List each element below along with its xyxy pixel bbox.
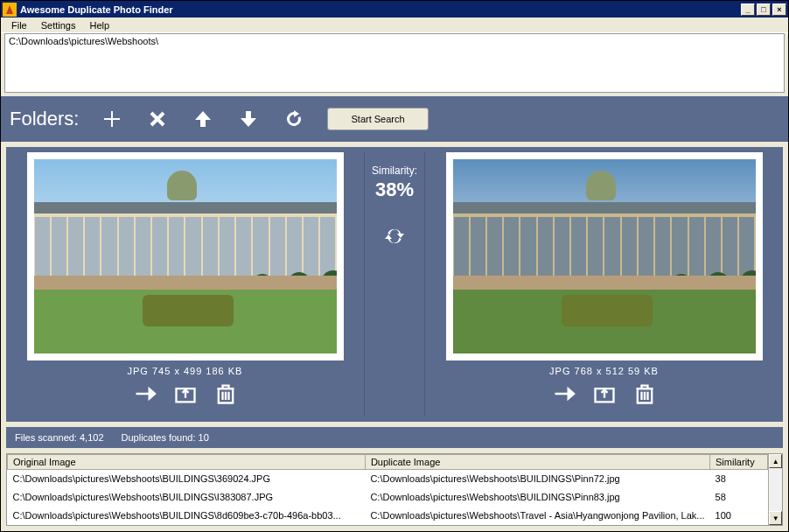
- left-preview-pane: JPG 745 x 499 186 KB: [11, 152, 359, 416]
- window-body: File Settings Help C:\Downloads\pictures…: [0, 18, 789, 532]
- results-table[interactable]: Original Image Duplicate Image Similarit…: [7, 454, 768, 525]
- status-bar: Files scanned: 4,102 Duplicates found: 1…: [6, 427, 783, 448]
- col-duplicate[interactable]: Duplicate Image: [365, 455, 709, 470]
- menu-file[interactable]: File: [4, 19, 34, 32]
- window-title: Awesome Duplicate Photo Finder: [20, 4, 739, 15]
- scroll-down-icon[interactable]: ▼: [769, 511, 782, 525]
- folders-toolbar: Folders: Start Search: [1, 96, 788, 142]
- scroll-up-icon[interactable]: ▲: [769, 454, 782, 468]
- move-up-button[interactable]: [191, 107, 215, 131]
- svg-marker-0: [6, 5, 13, 14]
- close-button[interactable]: ×: [772, 4, 786, 16]
- move-down-button[interactable]: [236, 107, 261, 131]
- table-row[interactable]: C:\Downloads\pictures\Webshoots\BUILDING…: [8, 507, 768, 525]
- results-area: Original Image Duplicate Image Similarit…: [6, 453, 783, 526]
- right-image-meta: JPG 768 x 512 59 KB: [549, 366, 659, 376]
- preview-area: JPG 745 x 499 186 KB Similarity: 38% JPG…: [6, 147, 783, 422]
- add-folder-button[interactable]: [100, 107, 124, 131]
- right-actions: [552, 382, 657, 406]
- right-move-button[interactable]: [552, 382, 576, 406]
- app-icon: [3, 3, 17, 17]
- left-preview-image[interactable]: [27, 152, 344, 360]
- scroll-track[interactable]: [769, 468, 782, 511]
- right-preview-pane: JPG 768 x 512 59 KB: [430, 152, 778, 416]
- files-scanned: Files scanned: 4,102: [15, 432, 104, 443]
- titlebar: Awesome Duplicate Photo Finder _ □ ×: [0, 0, 789, 18]
- swap-button[interactable]: [384, 201, 405, 248]
- folders-label: Folders:: [10, 108, 79, 130]
- left-image-meta: JPG 745 x 499 186 KB: [128, 366, 243, 376]
- vertical-scrollbar[interactable]: ▲ ▼: [768, 454, 782, 525]
- similarity-value: 38%: [375, 178, 414, 201]
- table-row[interactable]: C:\Downloads\pictures\Webshoots\BUILDING…: [8, 470, 768, 488]
- right-delete-button[interactable]: [632, 382, 657, 406]
- minimize-button[interactable]: _: [741, 4, 755, 16]
- menu-help[interactable]: Help: [82, 19, 116, 32]
- similarity-panel: Similarity: 38%: [364, 152, 425, 416]
- col-original[interactable]: Original Image: [8, 455, 366, 470]
- folder-list[interactable]: C:\Downloads\pictures\Webshoots\: [4, 33, 785, 93]
- remove-folder-button[interactable]: [145, 107, 170, 131]
- menubar: File Settings Help: [1, 18, 788, 33]
- table-row[interactable]: C:\Downloads\pictures\Webshoots\BUILDING…: [8, 488, 768, 507]
- refresh-button[interactable]: [282, 107, 306, 131]
- start-search-button[interactable]: Start Search: [327, 108, 428, 130]
- maximize-button[interactable]: □: [757, 4, 771, 16]
- similarity-label: Similarity:: [372, 164, 417, 177]
- col-similarity[interactable]: Similarity: [710, 455, 768, 470]
- left-actions: [133, 382, 238, 406]
- left-move-button[interactable]: [133, 382, 157, 406]
- menu-settings[interactable]: Settings: [34, 19, 83, 32]
- left-delete-button[interactable]: [213, 382, 238, 406]
- left-open-folder-button[interactable]: [173, 382, 198, 406]
- right-open-folder-button[interactable]: [592, 382, 617, 406]
- duplicates-found: Duplicates found: 10: [122, 432, 209, 443]
- folder-path[interactable]: C:\Downloads\pictures\Webshoots\: [9, 36, 780, 46]
- right-preview-image[interactable]: [446, 152, 763, 360]
